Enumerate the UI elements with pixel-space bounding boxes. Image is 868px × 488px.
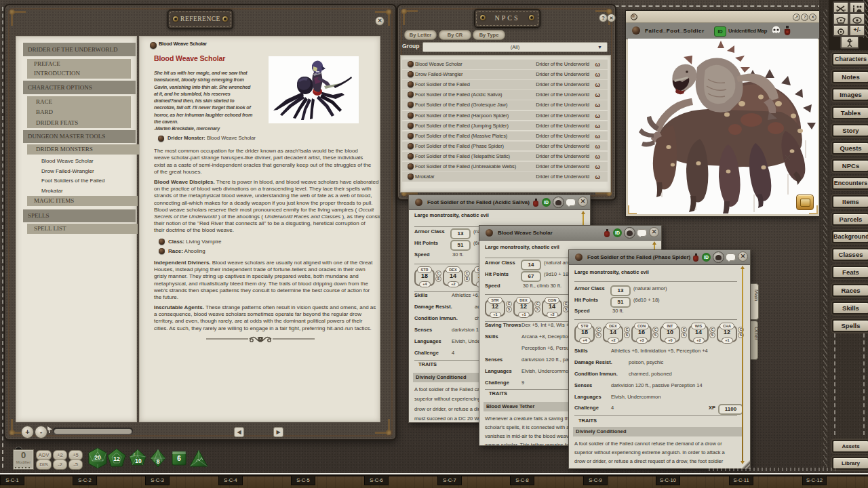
svg-text:8: 8 — [157, 458, 160, 465]
svg-text:2: 2 — [134, 452, 136, 456]
svg-text:6: 6 — [177, 455, 181, 462]
svg-text:12: 12 — [113, 455, 120, 462]
svg-text:10: 10 — [135, 458, 142, 464]
svg-text:20: 20 — [94, 454, 101, 461]
